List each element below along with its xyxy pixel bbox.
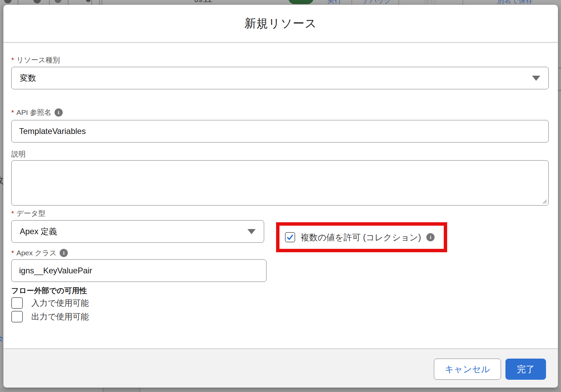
info-icon[interactable]: i: [60, 249, 68, 257]
done-button[interactable]: 完了: [505, 359, 546, 380]
api-name-label: API 参照名: [16, 108, 51, 117]
apex-class-input[interactable]: [12, 260, 266, 282]
toolbar-divider: [351, 0, 352, 5]
apex-class-field-box: [11, 259, 267, 282]
checkmark-icon: [286, 233, 294, 241]
modal-header: 新規リソース: [3, 5, 558, 43]
api-name-field-box: [11, 120, 549, 142]
required-asterisk: *: [11, 209, 14, 217]
toolbar-divider: [68, 0, 69, 5]
background-line-fragment: [558, 90, 561, 91]
cancel-button[interactable]: キャンセル: [434, 359, 501, 380]
availability-heading: フロー外部での可用性: [11, 286, 87, 296]
info-icon[interactable]: i: [426, 233, 435, 241]
background-toolbar: 09:22 実行 デバッグ 保存 別名で保存: [0, 0, 561, 5]
save-button-fragment: 保存: [423, 0, 437, 5]
api-name-label-row: * API 参照名 i: [11, 108, 63, 117]
highlight-box: 複数の値を許可 (コレクション) i: [276, 222, 447, 252]
required-asterisk: *: [11, 56, 14, 64]
background-text-fragment: 数: [0, 174, 3, 186]
background-link-fragment: [0, 339, 2, 342]
background-bottom-edge: [0, 388, 561, 392]
toolbar-icon-fragment: [4, 0, 12, 3]
toolbar-divider: [102, 0, 102, 5]
background-left-edge: 数: [0, 5, 3, 388]
available-for-input-label: 入力で使用可能: [31, 298, 89, 308]
data-type-label-row: * データ型: [11, 209, 45, 218]
data-type-label: データ型: [16, 209, 45, 218]
chevron-down-icon: [532, 76, 540, 81]
chevron-down-icon: [247, 229, 256, 234]
toolbar-icon-fragment: [55, 0, 61, 3]
allow-multiple-checkbox[interactable]: [285, 232, 295, 242]
required-asterisk: *: [11, 249, 14, 257]
available-for-output-checkbox[interactable]: [11, 311, 23, 322]
status-badge: [288, 0, 314, 4]
toolbar-divider: [398, 0, 399, 5]
toolbar-divider: [91, 0, 92, 5]
allow-multiple-label: 複数の値を許可 (コレクション): [301, 232, 421, 243]
description-field-box: [11, 160, 549, 206]
toolbar-divider: [99, 0, 100, 5]
debug-button-fragment[interactable]: デバッグ: [362, 0, 392, 5]
apex-class-label: Apex クラス: [16, 248, 57, 258]
resource-type-label-row: * リソース種別: [11, 55, 60, 65]
toolbar-divider: [49, 0, 50, 5]
modal-footer: キャンセル 完了: [3, 348, 558, 388]
toolbar-icon-fragment: [33, 0, 41, 3]
required-asterisk: *: [11, 108, 14, 117]
page-title: 新規リソース: [244, 16, 317, 31]
description-textarea[interactable]: [12, 161, 548, 205]
toolbar-divider: [18, 0, 18, 5]
resource-type-label: リソース種別: [16, 55, 60, 65]
description-label-row: 説明: [11, 149, 26, 159]
background-right-edge: [558, 5, 561, 388]
available-for-output-row: 出力で使用可能: [11, 311, 89, 322]
available-for-input-checkbox[interactable]: [11, 297, 23, 309]
resource-type-value: 変数: [20, 73, 532, 84]
data-type-value: Apex 定義: [20, 226, 247, 237]
run-button-fragment[interactable]: 実行: [327, 0, 342, 5]
data-type-select[interactable]: Apex 定義: [11, 220, 264, 243]
available-for-output-label: 出力で使用可能: [31, 311, 89, 322]
toolbar-clock: 09:22: [194, 0, 212, 4]
available-for-input-row: 入力で使用可能: [11, 297, 89, 309]
toolbar-divider: [463, 0, 463, 5]
background-line-fragment: [558, 67, 561, 69]
new-resource-modal: 新規リソース * リソース種別 変数 * API 参照名 i 説明 * データ型…: [3, 5, 558, 388]
background-grid-line: [139, 388, 140, 392]
resource-type-select[interactable]: 変数: [11, 67, 549, 89]
api-name-input[interactable]: [12, 120, 548, 142]
description-label: 説明: [11, 149, 26, 159]
info-icon[interactable]: i: [55, 108, 63, 117]
toolbar-icon-fragment: [86, 0, 91, 2]
background-grid-line: [103, 388, 104, 392]
background-link-fragment: [0, 336, 3, 339]
background-cell-fragment: [104, 388, 139, 392]
apex-class-label-row: * Apex クラス i: [11, 248, 68, 258]
save-as-button-fragment[interactable]: 別名で保存: [497, 0, 533, 5]
